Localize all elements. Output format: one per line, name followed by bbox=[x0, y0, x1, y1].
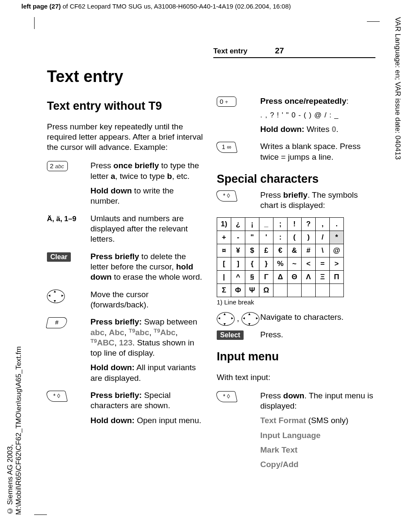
symbol-cell: € bbox=[273, 244, 288, 257]
symbol-cell: { bbox=[245, 257, 259, 271]
heading-special-chars: Special characters bbox=[217, 172, 375, 187]
symbol-cell: = bbox=[316, 257, 330, 271]
select-text: Press. bbox=[260, 330, 375, 340]
right-column: 0 + Press once/repeatedly: . , ? ! ' " 0… bbox=[217, 94, 375, 475]
left-column: Text entry without T9 Press number key r… bbox=[47, 94, 205, 475]
instruction-row: ClearPress briefly to delete the letter … bbox=[47, 251, 205, 287]
symbol-cell: . bbox=[330, 218, 344, 231]
symbol-cell: < bbox=[302, 257, 316, 271]
nav-pad-icon: ◂▸ bbox=[47, 289, 65, 303]
top-build-info: left page (27) of CF62 Leopard TMO SUG u… bbox=[21, 3, 291, 10]
symbol-cell bbox=[273, 284, 288, 297]
key-0: 0 + bbox=[217, 96, 236, 107]
symbol-cell: ) bbox=[302, 231, 316, 244]
instruction-row: Ä, ä, 1–9Umlauts and numbers are display… bbox=[47, 213, 205, 249]
symbol-cell: Γ bbox=[259, 271, 273, 284]
symbol-cell: Δ bbox=[273, 271, 288, 284]
table-footnote: 1) Line break bbox=[217, 298, 375, 306]
symbol-cell: - bbox=[231, 231, 245, 244]
nav-pad-icon: ◂▸ bbox=[217, 312, 235, 326]
symbol-cell: 1) bbox=[217, 218, 231, 231]
instruction-text: Hold down to write the number. bbox=[90, 186, 205, 207]
instruction-text: Hold down: Open input menu. bbox=[90, 415, 205, 426]
symbol-cell: * bbox=[330, 231, 344, 244]
instruction-row: ◂▸Move the cursor (forwards/back). bbox=[47, 289, 205, 315]
menu-item: Copy/Add bbox=[260, 459, 375, 470]
symbol-cell: # bbox=[302, 244, 316, 257]
key-label: Ä, ä, 1–9 bbox=[47, 215, 76, 223]
heading-without-t9: Text entry without T9 bbox=[47, 99, 205, 114]
zero-line1: Press once/repeatedly: bbox=[260, 96, 375, 106]
symbol-cell: Σ bbox=[217, 284, 231, 297]
symbol-cell: / bbox=[316, 231, 330, 244]
symbol-cell: " bbox=[245, 231, 259, 244]
header-page: 27 bbox=[275, 46, 284, 56]
symbol-cell: Ω bbox=[259, 284, 273, 297]
symbol-cell: Λ bbox=[302, 271, 316, 284]
instruction-text: Press briefly: Special characters are sh… bbox=[90, 390, 205, 411]
star-text: Press briefly. The symbols chart is disp… bbox=[260, 190, 375, 211]
key-star: * ◊ bbox=[215, 190, 238, 202]
heading-input-menu: Input menu bbox=[217, 349, 375, 364]
menu-item: Input Language bbox=[260, 430, 375, 441]
instruction-row: 2 abcPress once briefly to type the lett… bbox=[47, 161, 205, 210]
menu-item: Mark Text bbox=[260, 445, 375, 455]
symbol-cell: ¤ bbox=[217, 244, 231, 257]
symbol-cell: & bbox=[288, 244, 302, 257]
top-info-rest: of CF62 Leopard TMO SUG us, A31008-H6050… bbox=[61, 3, 291, 10]
symbol-cell: , bbox=[316, 218, 330, 231]
softkey-select: Select bbox=[217, 330, 244, 340]
one-text: Writes a blank space. Press twice = jump… bbox=[260, 141, 375, 162]
symbol-cell: Ψ bbox=[245, 284, 259, 297]
instruction-text: Umlauts and numbers are displayed after … bbox=[90, 213, 205, 245]
symbol-cell: ; bbox=[273, 218, 288, 231]
page-title: Text entry bbox=[47, 67, 375, 86]
key-star-2: * ◊ bbox=[215, 391, 238, 402]
nav-pad-icon-2: ◂▸ bbox=[241, 312, 259, 326]
symbol-cell: \ bbox=[316, 244, 330, 257]
symbol-cell: Π bbox=[330, 271, 344, 284]
symbol-cell: [ bbox=[217, 257, 231, 271]
symbol-cell: ¡ bbox=[245, 218, 259, 231]
instruction-row: * ◊Press briefly: Special characters are… bbox=[47, 390, 205, 430]
symbol-cell: ¿ bbox=[231, 218, 245, 231]
symbol-cell: @ bbox=[330, 244, 344, 257]
symbol-cell: + bbox=[217, 231, 231, 244]
symbol-cell bbox=[302, 284, 316, 297]
symbol-cell: ! bbox=[288, 218, 302, 231]
crop-marks-top bbox=[30, 17, 380, 30]
symbol-cell: ~ bbox=[288, 257, 302, 271]
symbol-cell: £ bbox=[259, 244, 273, 257]
key-hash: # bbox=[46, 317, 68, 328]
symbol-table: 1)¿¡_;!?,.+-"':()/*¤¥$£€&#\@[]{}%~<=>|^§… bbox=[217, 217, 344, 297]
input-star-text: Press down. The input menu is displayed: bbox=[260, 391, 375, 412]
symbol-cell: Φ bbox=[231, 284, 245, 297]
instruction-text: Move the cursor (forwards/back). bbox=[90, 289, 205, 310]
symbol-cell: Ξ bbox=[316, 271, 330, 284]
symbol-cell: > bbox=[330, 257, 344, 271]
zero-chars: . , ? ! ' " 0 - ( ) @ / : _ bbox=[260, 111, 375, 120]
symbol-cell: § bbox=[245, 271, 259, 284]
symbol-cell: : bbox=[273, 231, 288, 244]
zero-hold: Hold down: Writes 0. bbox=[260, 124, 375, 134]
key-button: 2 abc bbox=[47, 161, 68, 171]
symbol-cell: $ bbox=[245, 244, 259, 257]
top-info-prefix: left page (27) bbox=[21, 3, 61, 10]
symbol-cell: } bbox=[259, 257, 273, 271]
input-intro: With text input: bbox=[217, 372, 375, 383]
instruction-text: Press briefly: Swap between abc, Abc, T9… bbox=[90, 317, 205, 358]
symbol-cell: Θ bbox=[288, 271, 302, 284]
key-star: * ◊ bbox=[46, 391, 68, 402]
symbol-cell: _ bbox=[259, 218, 273, 231]
intro-text: Press number key repeatedly until the re… bbox=[47, 122, 205, 153]
crop-marks-bottom bbox=[30, 502, 380, 515]
nav-text: Navigate to characters. bbox=[260, 312, 375, 322]
side-text-right: VAR Language: en; VAR issue date: 040413 bbox=[393, 17, 402, 231]
key-1: 1 ∞ bbox=[215, 142, 238, 153]
softkey-clear: Clear bbox=[47, 252, 71, 262]
instruction-text: Hold down: All input variants are displa… bbox=[90, 362, 205, 383]
symbol-cell bbox=[288, 284, 302, 297]
symbol-cell: ¥ bbox=[231, 244, 245, 257]
symbol-cell: ] bbox=[231, 257, 245, 271]
menu-item: Text Format (SMS only) bbox=[260, 415, 375, 426]
